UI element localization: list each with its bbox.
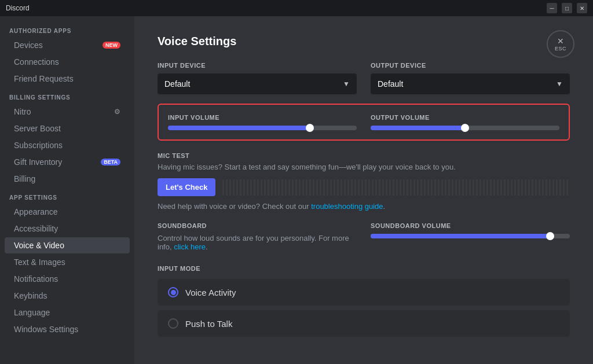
help-text-prefix: Need help with voice or video? Check out… — [158, 202, 311, 211]
input-mode-label: INPUT MODE — [158, 265, 570, 272]
radio-option-voice-activity[interactable]: Voice Activity — [158, 279, 570, 306]
soundboard-label: SOUNDBOARD — [158, 222, 357, 229]
input-device-wrapper: Default ▼ — [158, 73, 357, 94]
esc-label: ESC — [555, 46, 566, 52]
sidebar-item-server-boost[interactable]: Server Boost — [5, 120, 130, 137]
sidebar-item-keybinds[interactable]: Keybinds — [5, 288, 130, 304]
titlebar: Discord ─ □ ✕ — [0, 0, 593, 16]
soundboard-volume-col: SOUNDBOARD VOLUME — [371, 222, 570, 238]
sidebar-item-label: Billing — [14, 174, 35, 183]
input-volume-label: INPUT VOLUME — [168, 114, 357, 121]
sidebar-item-billing[interactable]: Billing — [5, 171, 130, 187]
mic-visualizer — [222, 179, 570, 196]
sidebar-item-label: Server Boost — [14, 124, 61, 133]
sidebar-item-text-images[interactable]: Text & Images — [5, 254, 130, 270]
input-volume-col: INPUT VOLUME — [168, 114, 357, 130]
soundboard-volume-track[interactable] — [371, 234, 570, 238]
input-device-label: INPUT DEVICE — [158, 62, 357, 69]
sidebar-item-label: Connections — [14, 57, 59, 67]
sidebar-item-label: Gift Inventory — [14, 157, 62, 167]
sidebar-item-windows-settings[interactable]: Windows Settings — [5, 321, 130, 337]
sidebar-item-label: Language — [14, 308, 50, 317]
volume-section: INPUT VOLUME OUTPUT VOLUME — [158, 104, 570, 141]
sidebar-item-subscriptions[interactable]: Subscriptions — [5, 137, 130, 153]
close-button[interactable]: ✕ — [577, 3, 587, 13]
main-content: ✕ ESC Voice Settings INPUT DEVICE Defaul… — [134, 16, 593, 364]
sidebar-item-label: Subscriptions — [14, 141, 63, 150]
output-volume-thumb[interactable] — [461, 124, 469, 132]
input-device-col: INPUT DEVICE Default ▼ — [158, 62, 357, 94]
device-row: INPUT DEVICE Default ▼ OUTPUT DEVICE Def… — [158, 62, 570, 94]
output-volume-label: OUTPUT VOLUME — [371, 114, 559, 121]
output-device-select[interactable]: Default — [371, 73, 570, 94]
sidebar-item-language[interactable]: Language — [5, 304, 130, 321]
sidebar-item-label: Nitro — [14, 107, 31, 116]
soundboard-desc: Control how loud sounds are for you pers… — [158, 234, 357, 251]
mic-test-section: MIC TEST Having mic issues? Start a test… — [158, 152, 570, 211]
radio-icon-voice-activity — [168, 287, 178, 297]
soundboard-section: SOUNDBOARD Control how loud sounds are f… — [158, 222, 570, 251]
soundboard-volume-thumb[interactable] — [546, 232, 554, 240]
app-title: Discord — [6, 4, 30, 12]
help-text: Need help with voice or video? Check out… — [158, 202, 570, 211]
sidebar-item-connections[interactable]: Connections — [5, 54, 130, 70]
soundboard-volume-label: SOUNDBOARD VOLUME — [371, 222, 570, 229]
sidebar-item-label: Text & Images — [14, 258, 65, 267]
mic-test-row: Let's Check — [158, 178, 570, 196]
new-badge: NEW — [103, 42, 120, 49]
radio-label-push-to-talk: Push to Talk — [185, 319, 232, 329]
troubleshooting-link[interactable]: troubleshooting guide — [311, 202, 383, 211]
sidebar-item-appearance[interactable]: Appearance — [5, 204, 130, 220]
volume-row: INPUT VOLUME OUTPUT VOLUME — [168, 114, 559, 130]
minimize-button[interactable]: ─ — [547, 3, 557, 13]
sidebar-item-accessibility[interactable]: Accessibility — [5, 220, 130, 237]
radio-icon-push-to-talk — [168, 318, 178, 329]
soundboard-volume-fill — [371, 234, 550, 238]
output-device-label: OUTPUT DEVICE — [371, 62, 570, 69]
page-title: Voice Settings — [158, 35, 570, 48]
output-device-col: OUTPUT DEVICE Default ▼ — [371, 62, 570, 94]
sidebar-item-label: Voice & Video — [14, 241, 64, 250]
app-section-label: APP SETTINGS — [0, 187, 134, 203]
billing-section-label: BILLING SETTINGS — [0, 87, 134, 103]
sidebar-item-label: Devices — [14, 41, 43, 50]
output-volume-col: OUTPUT VOLUME — [371, 114, 559, 130]
input-volume-thumb[interactable] — [306, 124, 314, 132]
maximize-button[interactable]: □ — [562, 3, 572, 13]
mic-test-desc: Having mic issues? Start a test and say … — [158, 163, 570, 171]
sidebar-item-voice-video[interactable]: Voice & Video — [5, 237, 130, 253]
sidebar-item-gift-inventory[interactable]: Gift Inventory BETA — [5, 154, 130, 170]
nitro-icon: ⚙ — [114, 108, 120, 116]
esc-button[interactable]: ✕ ESC — [547, 30, 574, 58]
close-icon: ✕ — [557, 37, 564, 45]
window-controls: ─ □ ✕ — [547, 3, 587, 13]
sidebar-item-label: Keybinds — [14, 291, 47, 300]
radio-label-voice-activity: Voice Activity — [185, 288, 236, 297]
sidebar: AUTHORIZED APPS Devices NEW Connections … — [0, 16, 134, 364]
sidebar-item-nitro[interactable]: Nitro ⚙ — [5, 104, 130, 120]
help-text-suffix: . — [383, 202, 386, 211]
sidebar-item-friend-requests[interactable]: Friend Requests — [5, 71, 130, 87]
sidebar-item-label: Friend Requests — [14, 74, 74, 83]
sidebar-item-label: Accessibility — [14, 224, 58, 233]
input-device-select[interactable]: Default — [158, 73, 357, 94]
sidebar-item-label: Notifications — [14, 274, 58, 284]
input-mode-section: INPUT MODE Voice Activity Push to Talk — [158, 265, 570, 337]
soundboard-link[interactable]: click here — [174, 242, 206, 251]
radio-option-push-to-talk[interactable]: Push to Talk — [158, 310, 570, 337]
authorized-section-label: AUTHORIZED APPS — [0, 21, 134, 36]
sidebar-item-notifications[interactable]: Notifications — [5, 271, 130, 287]
output-volume-fill — [371, 126, 465, 130]
beta-badge: BETA — [101, 159, 120, 166]
mic-test-label: MIC TEST — [158, 152, 570, 159]
input-volume-fill — [168, 126, 310, 130]
sidebar-item-label: Appearance — [14, 207, 58, 216]
output-device-wrapper: Default ▼ — [371, 73, 570, 94]
output-volume-track[interactable] — [371, 126, 559, 130]
sidebar-item-label: Windows Settings — [14, 325, 78, 334]
input-volume-track[interactable] — [168, 126, 357, 130]
app-layout: AUTHORIZED APPS Devices NEW Connections … — [0, 16, 593, 364]
soundboard-info: SOUNDBOARD Control how loud sounds are f… — [158, 222, 357, 251]
lets-check-button[interactable]: Let's Check — [158, 178, 215, 196]
sidebar-item-devices[interactable]: Devices NEW — [5, 37, 130, 53]
